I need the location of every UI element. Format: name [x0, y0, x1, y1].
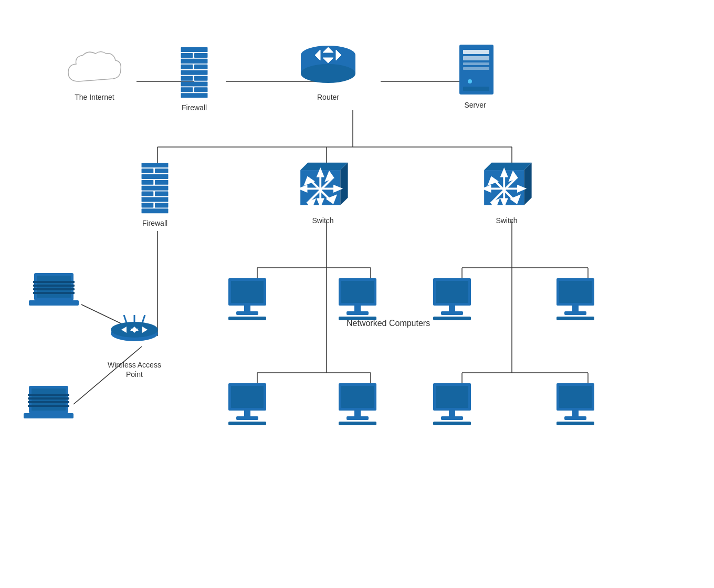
svg-rect-144: [228, 422, 266, 425]
laptop2-icon: [24, 383, 76, 425]
svg-rect-132: [449, 306, 455, 312]
svg-rect-123: [236, 311, 258, 315]
svg-marker-69: [340, 163, 348, 205]
svg-rect-110: [33, 285, 75, 287]
router-label: Router: [317, 92, 339, 102]
svg-marker-84: [524, 163, 531, 205]
svg-rect-65: [155, 203, 168, 207]
pc3-icon: [430, 278, 478, 320]
svg-rect-60: [142, 186, 169, 191]
svg-rect-61: [142, 192, 154, 196]
firewall1-icon: [178, 47, 210, 100]
svg-rect-147: [354, 411, 361, 417]
svg-rect-56: [155, 169, 168, 173]
pc6-node: [336, 383, 383, 425]
svg-rect-151: [436, 386, 468, 408]
svg-rect-116: [28, 394, 69, 396]
svg-rect-146: [341, 386, 374, 408]
svg-rect-64: [142, 203, 154, 207]
switch2-label: Switch: [496, 216, 517, 225]
svg-rect-33: [181, 70, 208, 75]
switch2-icon: [478, 160, 536, 213]
internet-node: The Internet: [63, 47, 126, 102]
svg-line-97: [124, 315, 127, 323]
svg-rect-143: [236, 416, 258, 420]
svg-rect-118: [28, 401, 69, 403]
pc8-node: [554, 383, 601, 425]
svg-rect-28: [181, 53, 193, 58]
svg-rect-152: [449, 411, 455, 417]
pc6-icon: [336, 383, 383, 425]
svg-marker-90: [491, 200, 498, 207]
wap-node: Wireless Access Point: [108, 315, 161, 379]
router-icon: [299, 42, 357, 89]
svg-rect-154: [433, 422, 471, 425]
svg-rect-29: [194, 53, 207, 58]
svg-rect-30: [181, 59, 208, 64]
svg-rect-35: [194, 76, 207, 81]
switch1-icon: [294, 160, 352, 213]
svg-marker-75: [308, 200, 314, 207]
svg-rect-63: [142, 197, 169, 202]
svg-rect-129: [339, 317, 376, 320]
pc4-icon: [554, 278, 601, 320]
svg-rect-31: [181, 65, 193, 69]
svg-rect-55: [142, 169, 154, 173]
svg-rect-148: [346, 416, 369, 420]
switch1-label: Switch: [312, 216, 333, 225]
pc5-node: [226, 383, 273, 425]
wap-icon: [108, 315, 161, 357]
svg-rect-158: [564, 416, 586, 420]
svg-rect-108: [29, 300, 79, 306]
router-node: Router: [299, 42, 357, 102]
network-diagram: The Internet Firewall: [0, 0, 714, 588]
svg-rect-66: [142, 208, 169, 213]
svg-rect-32: [194, 65, 207, 69]
svg-rect-34: [181, 76, 193, 81]
svg-marker-68: [300, 163, 348, 170]
laptop1-node: [29, 270, 81, 312]
svg-rect-131: [436, 281, 468, 303]
svg-rect-109: [33, 281, 75, 283]
switch1-node: Switch: [294, 160, 352, 225]
svg-rect-126: [341, 281, 374, 303]
svg-rect-112: [33, 292, 75, 294]
svg-rect-51: [463, 67, 489, 70]
svg-rect-54: [142, 163, 169, 167]
svg-marker-83: [484, 163, 531, 170]
svg-rect-37: [181, 87, 193, 92]
firewall2-node: Firewall: [139, 163, 171, 228]
svg-rect-122: [244, 306, 250, 312]
svg-rect-36: [181, 81, 208, 86]
firewall1-node: Firewall: [178, 47, 210, 112]
cloud-icon: [63, 47, 126, 89]
svg-rect-117: [28, 397, 69, 400]
svg-rect-50: [463, 62, 489, 65]
wap-label: Wireless Access Point: [108, 360, 161, 379]
pc5-icon: [226, 383, 273, 425]
svg-rect-58: [142, 180, 154, 185]
svg-line-99: [142, 315, 145, 323]
svg-rect-138: [564, 311, 586, 315]
svg-rect-121: [231, 281, 264, 303]
svg-rect-48: [463, 50, 489, 54]
svg-rect-134: [433, 317, 471, 320]
svg-rect-39: [181, 93, 208, 98]
svg-rect-27: [181, 47, 208, 52]
svg-rect-156: [559, 386, 592, 408]
server-node: Server: [452, 45, 499, 110]
svg-rect-149: [339, 422, 376, 425]
svg-rect-136: [559, 281, 592, 303]
svg-rect-62: [155, 192, 168, 196]
svg-rect-127: [354, 306, 361, 312]
svg-rect-49: [463, 56, 489, 60]
svg-rect-153: [441, 416, 463, 420]
pc3-node: [430, 278, 478, 320]
svg-rect-157: [572, 411, 579, 417]
server-icon: [452, 45, 499, 97]
svg-rect-128: [346, 311, 369, 315]
server-label: Server: [464, 100, 486, 110]
firewall1-label: Firewall: [182, 103, 207, 112]
internet-label: The Internet: [75, 92, 114, 102]
pc7-icon: [430, 383, 478, 425]
